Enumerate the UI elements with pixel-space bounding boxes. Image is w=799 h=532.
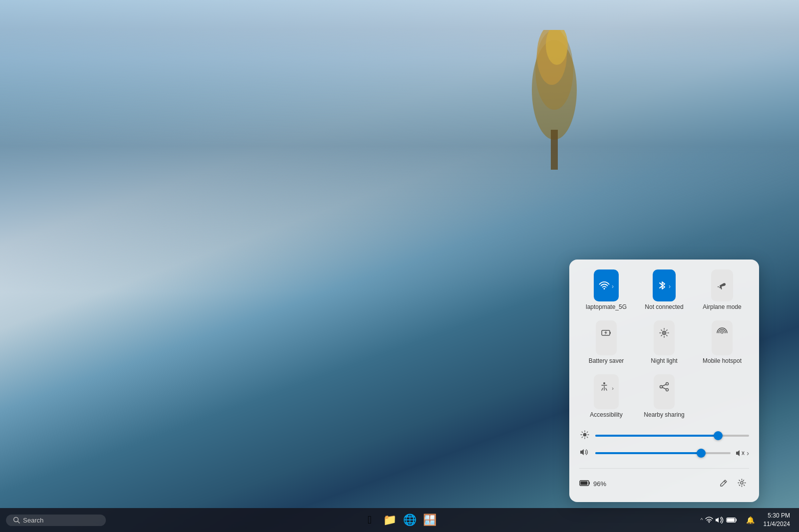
quick-buttons-top-row: › laptopmate_5G › Not connected <box>579 269 749 310</box>
battery-saver-button[interactable] <box>596 320 617 355</box>
tray-volume-icon <box>715 517 724 524</box>
tree-decoration <box>524 30 584 180</box>
svg-line-12 <box>661 330 662 330</box>
svg-rect-36 <box>581 481 588 485</box>
airplane-button[interactable] <box>711 269 733 301</box>
mountain-overlay <box>0 0 799 292</box>
svg-line-30 <box>582 437 582 437</box>
wifi-icon <box>599 281 610 292</box>
battery-info: 96% <box>579 480 606 489</box>
taskbar: Search 𓂀 📁 🌐 🪟 ^ <box>0 508 799 532</box>
brightness-thumb[interactable] <box>714 431 723 440</box>
volume-slider[interactable] <box>595 448 731 458</box>
svg-line-22 <box>662 387 666 389</box>
volume-fill <box>595 452 701 454</box>
taskbar-right: ^ 🔔 5:30 PM 11/4/2024 <box>697 511 793 530</box>
svg-line-29 <box>587 437 587 437</box>
volume-slider-row: › <box>579 448 749 458</box>
tray-chevron-icon: ^ <box>700 517 703 523</box>
taskbar-center-apps: 𓂀 📁 🌐 🪟 <box>361 511 438 529</box>
airplane-button-wrapper: Airplane mode <box>695 269 749 310</box>
svg-line-28 <box>582 432 582 432</box>
settings-button[interactable] <box>735 476 749 492</box>
svg-rect-6 <box>610 332 611 334</box>
svg-line-40 <box>18 522 20 524</box>
nearby-sharing-label: Nearby sharing <box>644 411 684 418</box>
svg-point-16 <box>721 332 723 334</box>
panel-bottom: 96% <box>579 468 749 492</box>
taskbar-app-edge[interactable]: 🌐 <box>400 511 418 529</box>
volume-chevron[interactable]: › <box>747 449 749 457</box>
night-light-label: Night light <box>651 357 677 364</box>
wifi-label: laptopmate_5G <box>586 303 627 310</box>
svg-rect-4 <box>551 130 558 170</box>
search-label: Search <box>23 517 43 524</box>
tray-battery-icon <box>726 517 737 523</box>
nearby-sharing-icon <box>659 381 670 395</box>
bluetooth-chevron-icon: › <box>669 283 671 290</box>
accessibility-button[interactable]: › <box>594 374 619 409</box>
bluetooth-button[interactable]: › <box>653 269 676 301</box>
taskbar-app-anubis[interactable]: 𓂀 <box>361 511 379 529</box>
system-clock[interactable]: 5:30 PM 11/4/2024 <box>761 511 793 530</box>
svg-line-21 <box>662 384 666 386</box>
tray-notification-icon[interactable]: 🔔 <box>743 514 758 526</box>
brightness-icon <box>579 430 590 441</box>
brightness-track <box>595 435 749 437</box>
svg-line-13 <box>667 335 667 336</box>
nearby-sharing-button[interactable] <box>654 374 675 409</box>
wifi-button-wrapper: › laptopmate_5G <box>579 269 633 310</box>
battery-percent: 96% <box>593 480 606 488</box>
toggle-buttons-row: Battery saver <box>579 320 749 364</box>
svg-line-14 <box>661 335 662 336</box>
mobile-hotspot-wrapper: Mobile hotspot <box>695 320 749 364</box>
panel-bottom-actions <box>717 476 749 492</box>
wifi-button-icon-area: › <box>599 281 614 292</box>
bluetooth-icon <box>658 280 667 293</box>
bluetooth-label: Not connected <box>645 303 683 310</box>
brightness-slider[interactable] <box>595 431 749 441</box>
volume-extra-controls[interactable]: › <box>736 449 749 457</box>
svg-point-7 <box>662 331 666 335</box>
taskbar-left: Search <box>6 515 106 526</box>
volume-icon <box>579 448 590 458</box>
svg-rect-43 <box>727 519 735 522</box>
svg-point-17 <box>603 382 605 384</box>
airplane-icon <box>716 280 727 293</box>
battery-status-icon <box>579 480 590 489</box>
accessibility-icon-row: › <box>599 381 614 395</box>
mobile-hotspot-label: Mobile hotspot <box>703 357 742 364</box>
night-light-wrapper: Night light <box>637 320 691 364</box>
svg-line-31 <box>587 432 587 432</box>
svg-point-23 <box>583 433 587 437</box>
wifi-button[interactable]: › <box>594 269 619 301</box>
bluetooth-icon-area: › <box>658 280 671 293</box>
svg-point-38 <box>741 482 743 484</box>
battery-saver-icon <box>601 327 612 341</box>
volume-track <box>595 452 731 454</box>
airplane-label: Airplane mode <box>703 303 741 310</box>
quick-settings-panel: › laptopmate_5G › Not connected <box>569 260 759 502</box>
taskbar-app-windows[interactable]: 🪟 <box>420 511 438 529</box>
bluetooth-button-wrapper: › Not connected <box>637 269 691 310</box>
search-bar[interactable]: Search <box>6 515 106 526</box>
accessibility-label: Accessibility <box>590 411 622 418</box>
svg-line-15 <box>667 330 667 330</box>
mobile-hotspot-button[interactable] <box>712 320 733 355</box>
mobile-hotspot-icon <box>717 327 728 341</box>
nearby-sharing-icon-row <box>659 381 670 395</box>
accessibility-chevron-icon: › <box>612 385 614 391</box>
edit-button[interactable] <box>717 476 731 492</box>
svg-rect-35 <box>589 482 590 484</box>
airplane-icon-area <box>716 280 728 293</box>
sliders-section: › <box>579 430 749 458</box>
wifi-chevron-icon: › <box>612 283 614 290</box>
clock-time: 5:30 PM <box>768 512 790 520</box>
system-tray-icons[interactable]: ^ <box>697 515 740 526</box>
brightness-slider-row <box>579 430 749 441</box>
night-light-button[interactable] <box>654 320 675 355</box>
taskbar-app-folder[interactable]: 📁 <box>381 511 399 529</box>
svg-rect-42 <box>736 519 737 522</box>
tray-wifi-icon <box>705 517 713 524</box>
volume-thumb[interactable] <box>697 449 706 458</box>
